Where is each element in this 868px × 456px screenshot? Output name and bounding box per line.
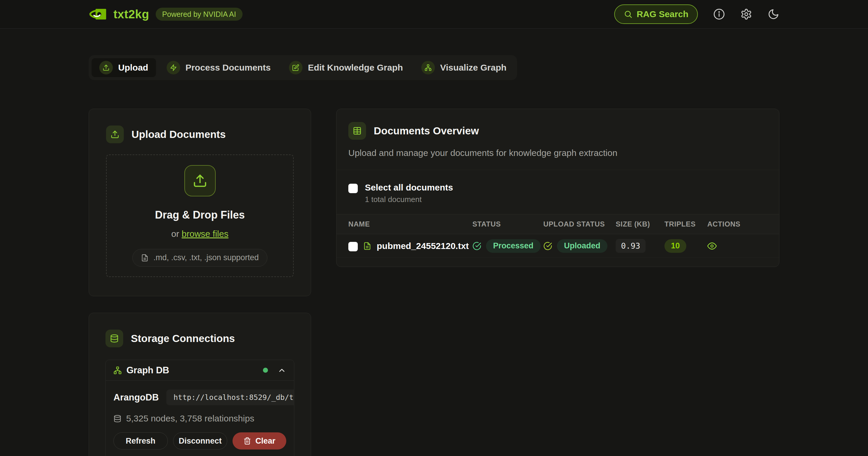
- total-documents-label: 1 total document: [365, 195, 453, 204]
- graph-db-stats: 5,325 nodes, 3,758 relationships: [126, 414, 254, 424]
- eye-icon: [707, 241, 717, 251]
- clear-button[interactable]: Clear: [232, 432, 286, 450]
- brand: txt2kg Powered by NVIDIA AI: [89, 8, 243, 21]
- rag-search-button[interactable]: RAG Search: [614, 4, 698, 24]
- check-circle-icon: [543, 241, 552, 251]
- view-document-button[interactable]: [707, 241, 717, 251]
- trash-icon: [243, 437, 251, 445]
- documents-panel-title: Documents Overview: [374, 125, 479, 137]
- table-header: NAME STATUS UPLOAD STATUS SIZE (KB) TRIP…: [337, 214, 779, 234]
- table-row: pubmed_24552120.txt Processed Uploaded: [337, 234, 779, 258]
- column-triples: TRIPLES: [664, 220, 707, 228]
- moon-icon: [768, 8, 779, 20]
- graph-db-label: Graph DB: [126, 365, 169, 376]
- browse-files-link[interactable]: browse files: [182, 229, 228, 239]
- info-icon: [713, 8, 725, 20]
- powered-by-badge: Powered by NVIDIA AI: [156, 8, 243, 21]
- app-header: txt2kg Powered by NVIDIA AI RAG Search: [0, 0, 868, 29]
- upload-documents-panel: Upload Documents Drag & Drop Files or br…: [89, 109, 311, 296]
- disconnect-button[interactable]: Disconnect: [173, 432, 227, 450]
- column-size: SIZE (KB): [616, 220, 664, 228]
- theme-toggle-button[interactable]: [768, 8, 779, 20]
- supported-formats-pill: .md, .csv, .txt, .json supported: [132, 249, 267, 267]
- graph-db-status-dot: [263, 368, 268, 373]
- column-name: NAME: [337, 220, 472, 228]
- tab-upload[interactable]: Upload: [92, 58, 156, 77]
- triples-badge: 10: [664, 239, 686, 253]
- column-upload-status: UPLOAD STATUS: [543, 220, 616, 228]
- tab-upload-label: Upload: [118, 63, 148, 73]
- file-dropzone[interactable]: Drag & Drop Files or browse files .md, .…: [106, 155, 294, 277]
- provider-name: ArangoDB: [114, 392, 159, 403]
- upload-icon: [184, 165, 216, 196]
- graph-db-header[interactable]: Graph DB: [106, 360, 294, 381]
- tab-process-documents[interactable]: Process Documents: [159, 58, 278, 77]
- nvidia-logo-icon: [89, 8, 107, 21]
- tab-process-documents-label: Process Documents: [186, 63, 271, 73]
- documents-panel-subtitle: Upload and manage your documents for kno…: [348, 148, 767, 158]
- dropzone-title: Drag & Drop Files: [155, 209, 245, 221]
- column-status: STATUS: [472, 220, 543, 228]
- connection-url: http://localhost:8529/_db/txt2kg: [166, 390, 294, 405]
- graph-db-details: ArangoDB http://localhost:8529/_db/txt2k…: [106, 381, 294, 456]
- file-text-icon: [363, 242, 371, 250]
- documents-overview-panel: Documents Overview Upload and manage you…: [336, 109, 779, 267]
- dropzone-subtitle: or browse files: [172, 229, 228, 239]
- tab-edit-knowledge-graph-label: Edit Knowledge Graph: [308, 63, 403, 73]
- settings-button[interactable]: [740, 8, 752, 20]
- rag-search-label: RAG Search: [637, 9, 688, 19]
- connections-box: Graph DB ArangoDB http://localhost:8529/…: [105, 360, 294, 456]
- storage-panel-title: Storage Connections: [131, 332, 235, 345]
- tab-edit-knowledge-graph[interactable]: Edit Knowledge Graph: [281, 58, 411, 77]
- tab-visualize-graph-label: Visualize Graph: [440, 63, 507, 73]
- status-badge: Processed: [486, 239, 541, 253]
- database-icon: [105, 330, 123, 347]
- upload-icon: [99, 61, 113, 74]
- app-title: txt2kg: [114, 8, 149, 21]
- or-text: or: [172, 229, 182, 239]
- document-name: pubmed_24552120.txt: [377, 241, 469, 251]
- check-circle-icon: [472, 241, 481, 251]
- supported-formats-text: .md, .csv, .txt, .json supported: [153, 253, 259, 262]
- table-icon: [348, 122, 366, 140]
- search-icon: [624, 10, 632, 19]
- refresh-button[interactable]: Refresh: [114, 432, 168, 450]
- storage-connections-panel: Storage Connections Graph DB: [89, 313, 311, 456]
- chevron-up-icon[interactable]: [277, 366, 286, 375]
- upload-status-badge: Uploaded: [557, 239, 608, 253]
- tab-bar: Upload Process Documents Edit Knowledge …: [89, 55, 517, 80]
- upload-panel-title: Upload Documents: [131, 128, 226, 140]
- clear-button-label: Clear: [255, 436, 275, 446]
- graph-icon: [114, 366, 122, 374]
- file-icon: [141, 254, 149, 262]
- row-checkbox[interactable]: [348, 242, 358, 251]
- edit-icon: [289, 61, 303, 74]
- select-all-checkbox[interactable]: [348, 184, 358, 193]
- network-icon: [421, 61, 435, 74]
- tab-visualize-graph[interactable]: Visualize Graph: [414, 58, 514, 77]
- info-button[interactable]: [713, 8, 725, 20]
- upload-icon: [106, 126, 124, 143]
- zap-icon: [167, 61, 180, 74]
- column-actions: ACTIONS: [707, 220, 779, 228]
- gear-icon: [740, 8, 752, 20]
- database-icon: [114, 415, 121, 423]
- size-value: 0.93: [616, 239, 646, 253]
- select-all-label: Select all documents: [365, 183, 453, 193]
